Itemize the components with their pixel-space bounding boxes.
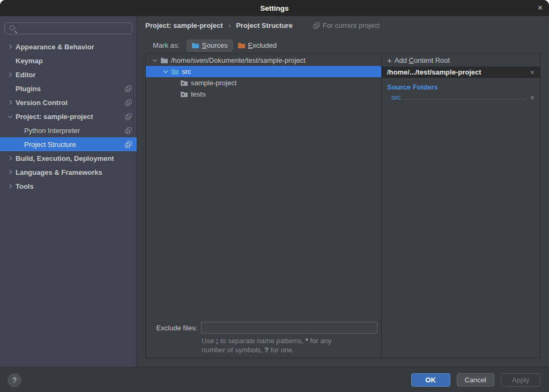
sidebar-item-keymap[interactable]: Keymap — [0, 54, 137, 68]
tree-item-src[interactable]: src — [146, 66, 381, 77]
per-project-settings-icon — [125, 85, 132, 92]
settings-dialog: Settings × Appearance & Behavior Keymap … — [0, 0, 549, 392]
sidebar-item-plugins[interactable]: Plugins — [0, 82, 137, 95]
per-project-settings-icon — [125, 113, 132, 120]
chevron-placeholder — [14, 140, 23, 149]
source-folders-title: Source Folders — [387, 83, 540, 91]
sidebar-item-languages-frameworks[interactable]: Languages & Frameworks — [0, 165, 137, 179]
titlebar: Settings × — [0, 0, 549, 16]
search-box[interactable] — [4, 23, 132, 34]
tree-item-sample-project[interactable]: sample-project — [146, 77, 381, 88]
apply-button[interactable]: Apply — [501, 373, 540, 387]
per-project-settings-icon — [125, 141, 132, 148]
mark-as-toolbar: Mark as: Sources Excluded — [137, 38, 281, 53]
breadcrumb-page: Project Structure — [236, 21, 292, 29]
sidebar-item-python-interpreter[interactable]: Python Interpreter — [0, 123, 137, 137]
per-project-settings-icon — [125, 99, 132, 106]
remove-source-folder-icon[interactable]: × — [527, 94, 535, 101]
source-folder-name: src — [391, 93, 400, 101]
sidebar-item-project-sample-project[interactable]: Project: sample-project — [0, 109, 137, 123]
mark-as-label: Mark as: — [153, 41, 180, 49]
cancel-button[interactable]: Cancel — [457, 373, 494, 387]
source-folder-icon — [171, 68, 179, 75]
dialog-title: Settings — [260, 4, 288, 12]
folder-icon — [160, 57, 168, 64]
search-input[interactable] — [20, 25, 129, 33]
breadcrumb-project[interactable]: Project: sample-project — [145, 21, 223, 29]
per-project-settings-icon — [313, 22, 320, 29]
chevron-down-icon[interactable] — [161, 68, 170, 76]
sidebar-item-tools[interactable]: Tools — [0, 179, 137, 193]
search-icon — [9, 25, 17, 32]
project-structure-panel: /home/sven/Dokumente/test/sample-project… — [145, 53, 540, 358]
exclude-files-section: Exclude files: Use ; to separate name pa… — [146, 322, 381, 354]
sidebar-item-editor[interactable]: Editor — [0, 68, 137, 82]
breadcrumb-separator-icon: › — [228, 21, 231, 29]
per-project-settings-icon — [125, 127, 132, 134]
sidebar-item-appearance-behavior[interactable]: Appearance & Behavior — [0, 40, 137, 54]
sources-folder-icon — [191, 42, 199, 49]
chevron-right-icon[interactable] — [5, 98, 14, 107]
folder-icon — [180, 79, 188, 86]
scope-indicator: For current project — [313, 21, 380, 29]
chevron-placeholder — [5, 84, 14, 93]
chevron-down-icon[interactable] — [5, 112, 14, 121]
chevron-right-icon[interactable] — [5, 70, 14, 79]
content-root-tree: /home/sven/Dokumente/test/sample-project… — [146, 54, 382, 358]
source-folder-row[interactable]: src × — [391, 93, 535, 101]
chevron-placeholder — [5, 56, 14, 65]
chevron-right-icon[interactable] — [5, 154, 14, 162]
close-icon[interactable]: × — [538, 2, 543, 14]
chevron-right-icon[interactable] — [5, 182, 14, 190]
excluded-folder-icon — [238, 42, 246, 49]
chevron-right-icon[interactable] — [5, 168, 14, 176]
remove-content-root-icon[interactable]: × — [527, 69, 535, 76]
ok-button[interactable]: OK — [411, 373, 450, 387]
help-button[interactable]: ? — [8, 373, 21, 387]
tree-item-root[interactable]: /home/sven/Dokumente/test/sample-project — [146, 55, 381, 66]
settings-sidebar: Appearance & Behavior Keymap Editor Plug… — [0, 16, 137, 367]
plus-icon: + — [387, 56, 392, 65]
chevron-right-icon[interactable] — [5, 42, 14, 51]
add-content-root-button[interactable]: + Add Content Root — [382, 54, 540, 66]
sidebar-item-project-structure[interactable]: Project Structure — [0, 137, 137, 151]
content-root-row[interactable]: /home/.../test/sample-project × — [382, 66, 540, 78]
sidebar-item-version-control[interactable]: Version Control — [0, 95, 137, 109]
dotted-leader — [402, 99, 524, 100]
scope-label: For current project — [323, 21, 380, 29]
dialog-footer: ? OK Cancel Apply — [0, 367, 549, 392]
exclude-files-label: Exclude files: — [146, 324, 201, 332]
settings-nav: Appearance & Behavior Keymap Editor Plug… — [0, 40, 137, 193]
mark-sources-button[interactable]: Sources — [187, 40, 233, 51]
tree-item-tests[interactable]: tests — [146, 88, 381, 100]
content-root-path: /home/.../test/sample-project — [387, 68, 481, 76]
mark-excluded-button[interactable]: Excluded — [234, 40, 281, 51]
chevron-placeholder — [14, 126, 23, 135]
exclude-files-input[interactable] — [201, 322, 377, 334]
chevron-down-icon[interactable] — [150, 56, 159, 65]
sidebar-item-build-execution-deployment[interactable]: Build, Execution, Deployment — [0, 151, 137, 165]
breadcrumb: Project: sample-project › Project Struct… — [137, 16, 380, 34]
content-roots-panel: + Add Content Root /home/.../test/sample… — [382, 54, 540, 358]
folder-icon — [180, 91, 188, 98]
exclude-files-help: Use ; to separate name patterns, * for a… — [202, 337, 381, 354]
